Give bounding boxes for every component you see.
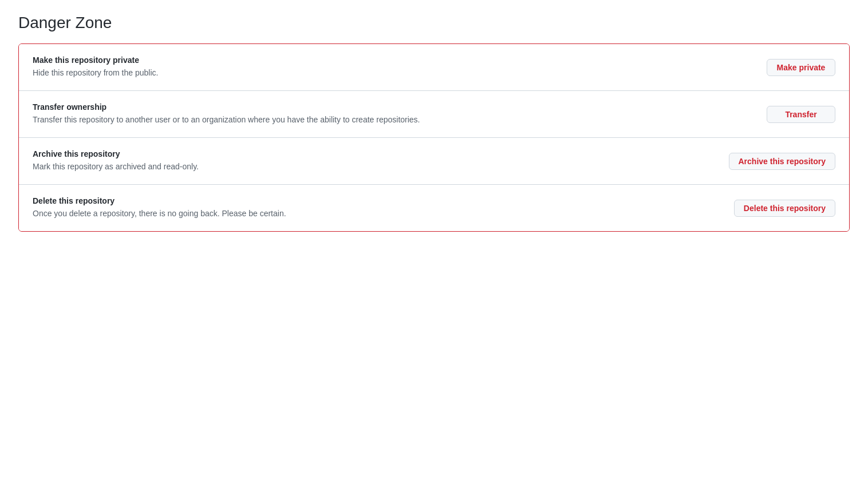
delete-repository-description: Once you delete a repository, there is n… bbox=[33, 208, 720, 220]
page-title: Danger Zone bbox=[18, 14, 850, 32]
danger-item-make-private-text: Make this repository private Hide this r… bbox=[33, 55, 767, 79]
make-private-description: Hide this repository from the public. bbox=[33, 67, 753, 79]
danger-zone-container: Make this repository private Hide this r… bbox=[18, 43, 850, 232]
delete-repository-title: Delete this repository bbox=[33, 196, 720, 205]
transfer-ownership-title: Transfer ownership bbox=[33, 102, 753, 112]
danger-item-archive-text: Archive this repository Mark this reposi… bbox=[33, 149, 729, 173]
transfer-ownership-description: Transfer this repository to another user… bbox=[33, 114, 753, 126]
danger-item-delete-repository: Delete this repository Once you delete a… bbox=[19, 185, 849, 231]
danger-item-transfer-ownership: Transfer ownership Transfer this reposit… bbox=[19, 91, 849, 138]
archive-repository-button[interactable]: Archive this repository bbox=[729, 153, 836, 170]
danger-item-make-private: Make this repository private Hide this r… bbox=[19, 44, 849, 91]
make-private-button[interactable]: Make private bbox=[767, 59, 835, 76]
danger-item-delete-text: Delete this repository Once you delete a… bbox=[33, 196, 734, 220]
archive-repository-description: Mark this repository as archived and rea… bbox=[33, 161, 715, 173]
danger-item-archive-repository: Archive this repository Mark this reposi… bbox=[19, 138, 849, 185]
transfer-ownership-button[interactable]: Transfer bbox=[767, 106, 835, 123]
archive-repository-title: Archive this repository bbox=[33, 149, 715, 158]
delete-repository-button[interactable]: Delete this repository bbox=[734, 200, 835, 217]
danger-item-transfer-text: Transfer ownership Transfer this reposit… bbox=[33, 102, 767, 126]
make-private-title: Make this repository private bbox=[33, 55, 753, 65]
